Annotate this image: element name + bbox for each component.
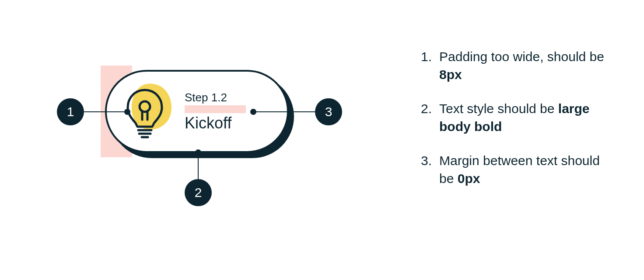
margin-highlight [185,105,246,113]
annotation-number: 2. [421,100,439,135]
leader-line-3 [255,111,315,112]
annotation-text-bold: 0px [458,171,480,186]
annotation-item: 2. Text style should be large body bold [421,100,609,135]
diagram-canvas: Step 1.2 Kickoff 1 2 3 1. Padding too wi… [0,0,644,280]
annotation-number: 1. [421,48,439,83]
annotation-text: Text style should be large body bold [439,100,609,135]
callout-badge-2-num: 2 [195,185,202,200]
leader-dot-1 [124,109,130,115]
leader-dot-3 [250,109,256,115]
callout-badge-3: 3 [315,98,342,125]
leader-dot-2 [195,149,201,156]
annotation-item: 3. Margin between text should be 0px [421,152,609,187]
annotation-list: 1. Padding too wide, should be 8px 2. Te… [421,48,609,204]
annotation-text: Margin between text should be 0px [439,152,609,187]
pill-title: Kickoff [185,114,246,132]
annotation-text-pre: Text style should be [439,101,558,116]
callout-badge-3-num: 3 [325,104,332,119]
pill-component: Step 1.2 Kickoff [105,70,298,162]
leader-line-2 [198,154,199,179]
callout-badge-2: 2 [185,179,212,206]
svg-point-0 [140,101,150,112]
lightbulb-icon [124,83,172,140]
annotation-text-bold: 8px [439,67,462,82]
annotation-item: 1. Padding too wide, should be 8px [421,48,609,83]
leader-line-1 [84,111,126,112]
callout-badge-1: 1 [57,98,84,125]
annotation-number: 3. [421,152,439,187]
pill-text-group: Step 1.2 Kickoff [185,91,246,132]
annotation-text-pre: Padding too wide, should be [439,49,604,64]
step-label: Step 1.2 [185,91,246,104]
callout-badge-1-num: 1 [67,104,74,119]
annotation-text: Padding too wide, should be 8px [439,48,609,83]
lightbulb-outline-icon [124,87,166,140]
